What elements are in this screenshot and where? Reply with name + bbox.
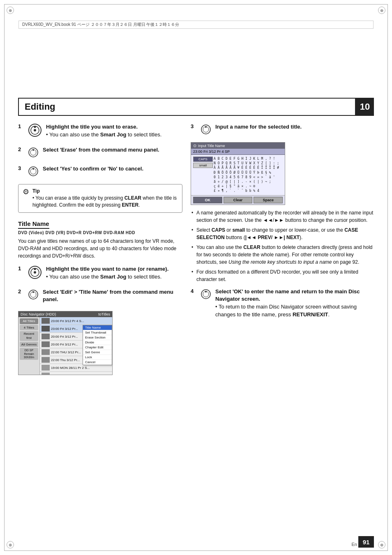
svg-point-16 [32, 291, 34, 293]
input-title-buttons: OK Clear Space [191, 195, 285, 205]
sidebar-4-titles: 4 Titles [20, 325, 38, 331]
file-info-bar: DVRLX60D_WV_EN.book 91 ページ ２００７年３月２６日 月曜… [18, 21, 374, 29]
disc-nav-header-title: Disc Navigator (HDD) [21, 312, 56, 316]
svg-point-19 [205, 126, 207, 128]
svg-point-12 [34, 268, 36, 270]
step-titlename-2-text: Select 'Edit' > 'Title Name' from the co… [43, 288, 182, 304]
disc-nav-header: Disc Navigator (HDD) toTitles [18, 311, 112, 317]
page-lang-label: En [352, 542, 357, 547]
bullet-4: For discs formatted on a different DVD r… [191, 268, 374, 283]
disc-nav-row-8: 19:00 Mon 28/11 Pr 2 SP 1A00m(1.0G) [40, 372, 112, 375]
input-icon: ⊙ [193, 143, 196, 148]
disc-nav-thumb-4 [42, 341, 50, 347]
right-bullet-list: A name generated automatically by the re… [191, 209, 374, 283]
sidebar-recent: Recent first [20, 331, 38, 341]
sidebar-dd: DD SPRemain30h30m [20, 348, 38, 360]
disc-nav-body: All Titles 4 Titles Recent first All Gen… [18, 317, 112, 375]
disc-nav-row-1: 23:00 Fri 3/12 Pr 4 S... [40, 317, 112, 325]
disc-navigator-screenshot: Disc Navigator (HDD) toTitles All Titles… [18, 311, 113, 375]
sidebar-all-genres: All Genres [20, 342, 38, 348]
input-title-header: ⊙ Input Title Name [191, 143, 285, 149]
space-button[interactable]: Space [254, 197, 283, 203]
svg-point-6 [32, 149, 34, 151]
svg-point-22 [205, 291, 207, 292]
step-titlename-2: 2 Select 'Edit' > 'Title Name' from the … [18, 288, 182, 304]
section-title: Title Name [18, 220, 49, 229]
reg-mark-tr: ⊕ [378, 7, 385, 14]
disc-nav-thumb-1 [42, 318, 50, 324]
step-num-3: 3 [18, 165, 24, 171]
ok-button[interactable]: OK [193, 197, 222, 203]
chapter-number: 10 [356, 98, 374, 116]
file-info-text: DVRLX60D_WV_EN.book 91 ページ ２００７年３月２６日 月曜… [22, 22, 179, 28]
body-text: You can give titles new names of up to 6… [18, 237, 182, 260]
step-right-4-text: Select 'OK' to enter the name and return… [215, 288, 374, 319]
menu-erase-section[interactable]: Erase Section [83, 335, 112, 340]
page-number: 91 [363, 539, 370, 546]
page-number-box: 91 [358, 536, 374, 548]
step-num-1: 1 [18, 123, 24, 129]
step-right-3-text: Input a name for the selected title. [215, 123, 374, 131]
step-erase-3: 3 Select 'Yes' to confirm or 'No' to can… [18, 165, 182, 177]
step-right-num-3: 3 [191, 123, 196, 129]
step-erase-2: 2 Select 'Erase' from the command menu p… [18, 146, 182, 158]
disc-nav-thumb-2 [42, 326, 50, 332]
editing-title-bar: Editing [18, 98, 356, 116]
disc-nav-thumb-8 [42, 373, 50, 375]
disc-nav-sidebar: All Titles 4 Titles Recent first All Gen… [18, 317, 40, 375]
disc-nav-main-area: 23:00 Fri 3/12 Pr 4 S... 23:00 Fri 3/12 … [40, 317, 112, 375]
knob-icon-2 [28, 147, 39, 158]
input-title-name-bar: 23:00 Fri 3/12 Pr 4 SP [191, 149, 285, 155]
reg-mark-br: ⊕ [378, 541, 385, 548]
sidebar-all-titles: All Titles [20, 318, 38, 324]
main-content: 1 Highlight the title you want to erase.… [18, 123, 374, 530]
knob-icon-r3 [201, 124, 211, 135]
title-name-section: Title Name DVD (Video) DVD (VR) DVD+R DV… [18, 220, 182, 260]
disc-nav-size: 1A00m(1.0G) [93, 374, 111, 375]
step-titlename-num-1: 1 [18, 265, 24, 272]
disc-nav-thumb-6 [42, 357, 50, 363]
disc-nav-title-1: 23:00 Fri 3/12 Pr 4 S... [51, 319, 111, 323]
right-column: 3 Input a name for the selected title. ⊙… [191, 123, 374, 326]
svg-point-13 [34, 271, 36, 274]
reg-mark-bl: ⊕ [7, 541, 14, 548]
disc-nav-header-right: toTitles [98, 312, 110, 316]
tip-icon: ⚙ [23, 187, 29, 196]
input-title-header-label: Input Title Name [198, 144, 225, 148]
svg-point-9 [32, 168, 34, 170]
menu-set-thumbnail[interactable]: Set Thumbnail [83, 330, 112, 335]
svg-point-2 [34, 126, 36, 128]
knob-icon-tn1 [28, 265, 42, 279]
knob-icon-3 [28, 166, 39, 177]
disc-nav-row-2: 23:00 Fri 3/12 Pr... Title Name Set Thum… [40, 325, 112, 333]
input-title-chars-area: CAPS small A B C D E F G H I J K L M , ?… [191, 155, 285, 195]
knob-icon-1 [28, 123, 42, 137]
disc-nav-thumb-7 [42, 365, 50, 371]
step-erase-2-text: Select 'Erase' from the command menu pan… [43, 146, 182, 154]
bullet-1: A name generated automatically by the re… [191, 209, 374, 224]
bullet-3: You can also use the CLEAR button to del… [191, 244, 374, 266]
menu-chapter-edit[interactable]: Chapter Edit [83, 345, 112, 350]
small-button[interactable]: small [193, 163, 213, 168]
menu-set-genre[interactable]: Set Genre [83, 350, 112, 355]
disc-nav-thumb-5 [42, 349, 50, 355]
input-title-name-box: ⊙ Input Title Name 23:00 Fri 3/12 Pr 4 S… [191, 142, 285, 205]
menu-cancel[interactable]: Cancel [83, 360, 112, 365]
step-right-4: 4 Select 'OK' to enter the name and retu… [191, 288, 374, 319]
step-num-2: 2 [18, 146, 24, 152]
step-titlename-num-2: 2 [18, 288, 24, 295]
step-right-num-4: 4 [191, 288, 196, 294]
step-erase-3-text: Select 'Yes' to confirm or 'No' to cance… [43, 165, 182, 173]
menu-lock[interactable]: Lock [83, 355, 112, 360]
disc-nav-thumb-3 [42, 334, 50, 339]
menu-divide[interactable]: Divide [83, 340, 112, 345]
tip-box: ⚙ Tip • You can erase a title quickly by… [18, 184, 182, 213]
step-titlename-1: 1 Highlight the title you want to name (… [18, 265, 182, 281]
tip-content: Tip • You can erase a title quickly by p… [32, 188, 178, 209]
char-grid: A B C D E F G H I J K L M , ? ! N O P Q … [214, 157, 283, 193]
menu-title-name[interactable]: Title Name [83, 325, 112, 330]
compat-line: DVD (Video) DVD (VR) DVD+R DVD+RW DVD-RA… [18, 230, 182, 235]
caps-button[interactable]: CAPS [193, 157, 213, 162]
reg-mark-tl: ⊕ [7, 7, 14, 14]
clear-button[interactable]: Clear [224, 197, 253, 203]
